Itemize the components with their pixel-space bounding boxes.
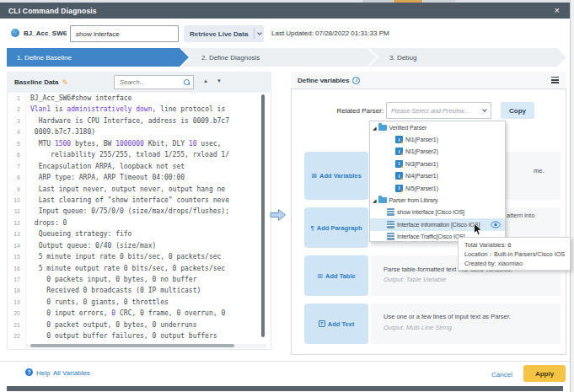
tree-expand-icon[interactable]: ◢ (373, 197, 377, 203)
library-parser-icon (387, 208, 394, 216)
line-number: 12 (8, 217, 26, 228)
search-next-button[interactable]: ▼ (217, 78, 222, 83)
help-link[interactable]: Help (36, 369, 50, 377)
parser-instance-icon: I (395, 148, 403, 155)
line-number: 18 (8, 285, 26, 296)
device-icon (11, 29, 19, 37)
related-parser-label: Related Parser: (303, 107, 384, 115)
add-paragraph-button[interactable]: ¶ Add Paragraph (304, 207, 368, 248)
editor-vertical-scrollbar[interactable] (261, 94, 265, 337)
apply-button[interactable]: Apply (523, 365, 566, 382)
baseline-search (114, 75, 194, 89)
line-number: 22 (8, 330, 26, 341)
parser-tooltip: Total Variables: 8 Location：Built-in Par… (458, 237, 571, 271)
add-text-description-card: Use one or a few lines of input text as … (371, 303, 561, 344)
code-line: 11 Input queue: 0/75/0/0 (size/max/drops… (8, 206, 260, 217)
add-text-button[interactable]: T Add Text (304, 303, 368, 344)
parser-group[interactable]: ◢Parser from Library (370, 194, 505, 206)
code-text: 0 output buffer failures, 0 output buffe… (26, 330, 217, 341)
search-prev-button[interactable]: ▲ (203, 78, 208, 83)
line-number: 2 (8, 104, 26, 115)
code-line: 18 Received 0 broadcasts (0 IP multicast… (8, 285, 260, 296)
parser-group[interactable]: ◢Verified Parser (370, 121, 505, 133)
line-number: 19 (8, 297, 26, 308)
preview-eye-icon[interactable] (491, 221, 501, 228)
all-variables-link[interactable]: All Variables (53, 369, 90, 377)
code-line: 21 0 packet output, 0 bytes, 0 underruns (8, 320, 260, 330)
code-text: 5 minute input rate 0 bits/sec, 0 packet… (26, 251, 221, 262)
code-line: 10 Last clearing of "show interface" cou… (8, 195, 260, 206)
code-line: 12 drops: 0 (8, 217, 260, 228)
step-debug[interactable]: 3. Debug (369, 48, 566, 67)
line-number: 1 (8, 93, 26, 104)
boxed-x-icon: ⊠ (311, 172, 317, 180)
step-define-baseline[interactable]: 1. Define Baseline (7, 48, 189, 67)
menu-icon[interactable] (551, 77, 559, 85)
baseline-code-editor[interactable]: 1BJ_Acc_SW6#show interface2Vlan1 is admi… (8, 93, 260, 343)
code-line: 15 5 minute input rate 0 bits/sec, 0 pac… (8, 251, 260, 262)
retrieve-live-data-label: Retrieve Live Data (184, 30, 254, 38)
parser-item[interactable]: INI4(Parser1) (370, 170, 505, 182)
code-line: 7 Encapsulation ARPA, loopback not set (8, 161, 260, 172)
cancel-button[interactable]: Cancel (491, 371, 512, 379)
line-number: 16 (8, 263, 26, 274)
code-text: 0 runts, 0 giants, 0 throttles (26, 297, 169, 308)
description-output: Output: Table Variable (384, 276, 446, 283)
tooltip-total-variables: Total Variables: 8 (464, 241, 564, 250)
parser-instance-icon: I (395, 172, 403, 180)
last-updated-text: Last Updated: 07/28/2022 01:31:33 PM (271, 30, 389, 37)
chevron-down-icon (257, 30, 262, 35)
search-icon[interactable] (184, 79, 190, 85)
retrieve-options-dropdown[interactable] (254, 28, 264, 40)
command-input[interactable] (70, 25, 179, 42)
description-text: Use one or a few lines of input text as … (384, 313, 511, 320)
tooltip-created-by: Created by: xiaomiao (464, 260, 564, 269)
code-line: 8 ARP type: ARPA, ARP Timeout 04:00:00 (8, 172, 260, 183)
code-text: Input queue: 0/75/0/0 (size/max/drops/fl… (26, 206, 229, 217)
line-number: 14 (8, 240, 26, 251)
close-icon[interactable]: × (555, 4, 560, 17)
tree-expand-icon[interactable]: ◢ (373, 125, 377, 131)
help-icon[interactable]: ? (25, 368, 33, 376)
library-parser-icon (387, 221, 394, 228)
cli-command-diagnosis-dialog: CLI Command Diagnosis × BJ_Acc_SW6 Retri… (0, 0, 574, 392)
code-text: Encapsulation ARPA, loopback not set (26, 161, 185, 172)
code-text: 0 packet output, 0 bytes, 0 underruns (26, 320, 196, 330)
background-page-edge (7, 386, 563, 391)
code-text: Hardware is CPU Interface, address is 00… (26, 115, 229, 126)
code-line: 14 Output queue: 0/40 (size/max) (8, 240, 260, 251)
parser-label: Parser from Library (389, 197, 438, 203)
parser-item[interactable]: Interface Information [Cisco IOS] (370, 218, 505, 230)
parser-item[interactable]: INI1(Parser1) (370, 133, 505, 145)
line-number: 6 (8, 149, 26, 160)
parser-label: NI1(Parser1) (405, 137, 438, 142)
add-table-button[interactable]: ⊞ Add Table (304, 255, 368, 296)
panel-flow-arrow-icon (270, 208, 287, 222)
related-parser-select[interactable]: Please Select and Preview... (386, 102, 491, 119)
parser-item[interactable]: show interface [Cisco IOS] (370, 207, 505, 218)
parser-dropdown: ◢Verified ParserINI1(Parser1)INI1(Parser… (369, 121, 506, 242)
parser-item[interactable]: INI5(Parser1) (370, 182, 505, 194)
info-icon[interactable]: i (352, 77, 360, 84)
edit-pencil-icon[interactable]: ✎ (62, 78, 68, 87)
search-input[interactable] (118, 78, 184, 87)
line-number: 9 (8, 184, 26, 195)
step-define-diagnosis[interactable]: 2. Define Diagnosis (181, 48, 377, 67)
editor-horizontal-scrollbar[interactable] (30, 344, 234, 347)
code-line: 22 0 output buffer failures, 0 output bu… (8, 330, 260, 341)
line-number: 15 (8, 251, 26, 262)
tooltip-location: Location：Built-in Parsers/Cisco IOS (464, 250, 564, 260)
add-variables-button[interactable]: ⊠ Add Variables (304, 152, 368, 200)
parser-item[interactable]: INI3(Parser1) (370, 158, 505, 169)
code-line: 17 0 packets input, 0 bytes, 0 no buffer (8, 274, 260, 285)
parser-label: NI4(Parser1) (405, 173, 438, 179)
copy-button[interactable]: Copy (501, 102, 534, 119)
code-text: reliability 255/255, txload 1/255, rxloa… (26, 149, 229, 160)
line-number: 10 (8, 195, 26, 206)
pilcrow-icon: ¶ (310, 224, 314, 232)
parser-label: NI5(Parser1) (405, 185, 438, 191)
parser-label: Verified Parser (389, 125, 426, 131)
retrieve-live-data-button[interactable]: Retrieve Live Data (184, 25, 264, 42)
parser-item[interactable]: INI1(Parser2) (370, 146, 505, 158)
define-variables-header: Define variables i (291, 72, 566, 89)
